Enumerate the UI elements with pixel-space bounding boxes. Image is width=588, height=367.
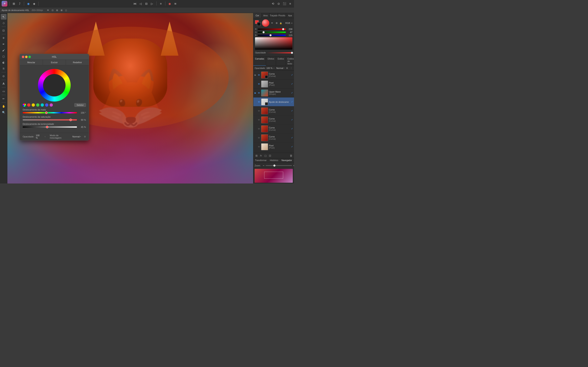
opacity-footer-value[interactable]: 100 % bbox=[36, 134, 42, 139]
layers-mask-icon[interactable]: ◻ bbox=[264, 154, 267, 157]
layer-check-2[interactable]: ✓ bbox=[291, 83, 293, 85]
tool-brush[interactable]: 🖌 bbox=[1, 47, 7, 53]
layer-expand-7[interactable] bbox=[254, 128, 257, 130]
tool-move[interactable]: ✛ bbox=[1, 35, 7, 41]
color-model-arrow[interactable]: ▾ bbox=[291, 22, 292, 24]
layer-item-7[interactable]: 👁 Curva (Curva) ✓ bbox=[253, 124, 294, 133]
hsl-reset-btn[interactable]: Redefinir bbox=[66, 60, 89, 65]
window-maximize-btn[interactable] bbox=[28, 56, 31, 58]
hsl-merge-btn[interactable]: Mesclar bbox=[20, 60, 43, 65]
layer-item-6[interactable]: 👁 Curva (Curva) ✓ bbox=[253, 115, 294, 124]
canvas-area[interactable]: HSL Mesclar Excluir Redefinir bbox=[7, 13, 253, 184]
b-slider[interactable] bbox=[258, 35, 286, 36]
hue-slider[interactable] bbox=[23, 112, 77, 113]
tab-apa[interactable]: Apa bbox=[286, 13, 294, 18]
zoom-slider[interactable] bbox=[266, 165, 292, 166]
tab-history[interactable]: Histórico bbox=[268, 158, 280, 162]
mask-icon[interactable]: ◻ bbox=[64, 8, 68, 12]
tool-blur[interactable]: ⊙ bbox=[1, 73, 7, 79]
zoom-out-btn[interactable]: − bbox=[263, 164, 264, 167]
layer-check-6[interactable]: ✓ bbox=[291, 118, 293, 121]
swatch-yellow[interactable] bbox=[32, 103, 35, 107]
color-wheel[interactable] bbox=[38, 69, 71, 101]
swatch-green[interactable] bbox=[36, 103, 39, 107]
layer-expand-4[interactable] bbox=[254, 101, 257, 103]
layer-check-5[interactable]: ✓ bbox=[291, 109, 293, 112]
tool-zoom[interactable]: 🔍 bbox=[1, 109, 7, 115]
swatch-blue[interactable] bbox=[45, 103, 48, 107]
layer-item-8[interactable]: 👁 Curva (Curva) ✓ bbox=[253, 133, 294, 142]
opacity-slider[interactable] bbox=[267, 52, 293, 53]
tab-pinceis[interactable]: Pincéis bbox=[278, 13, 286, 18]
swatch-red[interactable] bbox=[27, 103, 30, 107]
tool-dodge[interactable]: ◐ bbox=[1, 59, 7, 65]
layer-check-3[interactable]: ✓ bbox=[291, 92, 293, 94]
tab-navigator[interactable]: Navegador bbox=[280, 158, 294, 162]
window-close-btn[interactable] bbox=[22, 56, 24, 58]
layers-group-icon[interactable]: ⊞ bbox=[255, 154, 258, 157]
tab-cor[interactable]: Cor bbox=[253, 13, 261, 18]
layer-item-2[interactable]: 👁 Pixel (Pixel) ✓ bbox=[253, 80, 294, 89]
tab-amo[interactable]: Amo bbox=[261, 13, 270, 18]
layers-opacity-arrow[interactable]: ▾ bbox=[273, 67, 274, 69]
tool-erase[interactable]: ◻ bbox=[1, 53, 7, 59]
hsl-delete-btn[interactable]: Excluir bbox=[43, 60, 66, 65]
tool-hand[interactable]: ✋ bbox=[1, 103, 7, 109]
tool-text[interactable]: A bbox=[1, 81, 7, 86]
layer-item-5[interactable]: 👁 Curva (Curva) ✓ bbox=[253, 106, 294, 115]
layers-fx-icon[interactable]: fx bbox=[259, 154, 263, 157]
layer-visibility-6[interactable]: 👁 bbox=[258, 118, 260, 121]
grid-icon[interactable]: ⊞ bbox=[12, 1, 16, 6]
tool-eyedropper[interactable]: ✒ bbox=[1, 41, 7, 47]
layer-check-4[interactable]: ✓ bbox=[291, 100, 293, 103]
r-slider[interactable] bbox=[258, 29, 286, 30]
picker-icon[interactable]: ⊕ bbox=[275, 21, 278, 25]
tab-effects[interactable]: Efeitos bbox=[266, 57, 276, 66]
frame-icon[interactable]: ⊡ bbox=[51, 8, 54, 12]
layer-item-9[interactable]: 👁 Pixel (Pixel) ✓ bbox=[253, 142, 294, 151]
layer-visibility-5[interactable]: 👁 bbox=[258, 109, 260, 112]
align-icon[interactable]: ≡ bbox=[159, 1, 163, 6]
lock-icon[interactable]: 🔒 bbox=[279, 22, 282, 24]
layer-visibility-9[interactable]: 👁 bbox=[258, 145, 260, 148]
tab-tracado[interactable]: Traçado bbox=[270, 13, 278, 18]
blend-footer-value[interactable]: Normal ▾ bbox=[72, 135, 81, 138]
color-model[interactable]: RGB bbox=[285, 22, 290, 24]
tool-clone[interactable]: ⎘ bbox=[1, 66, 7, 71]
app-icon[interactable]: ✦ bbox=[2, 1, 7, 7]
history-icon[interactable]: ⟲ bbox=[271, 1, 275, 6]
layer-check-8[interactable]: ✓ bbox=[291, 136, 293, 139]
layer-visibility-8[interactable]: 👁 bbox=[258, 136, 260, 139]
layers-opacity-value[interactable]: 100 % bbox=[267, 67, 273, 69]
share-icon[interactable]: ⤴ bbox=[17, 1, 22, 6]
tab-transform[interactable]: Transformar bbox=[253, 158, 268, 162]
layer-visibility-7[interactable]: 👁 bbox=[258, 127, 260, 130]
eyedropper-icon[interactable]: ✒ bbox=[270, 21, 274, 25]
tab-styles[interactable]: Estilos bbox=[276, 57, 286, 66]
layer-check-9[interactable]: ✓ bbox=[291, 145, 293, 148]
sat-slider[interactable] bbox=[23, 119, 77, 120]
layer-visibility-2[interactable]: 👁 bbox=[258, 83, 260, 85]
brush-options-icon[interactable]: ≋ bbox=[173, 1, 178, 6]
symmetry-icon[interactable]: ⋈ bbox=[133, 1, 137, 6]
tab-expand-nav[interactable]: ⊡ bbox=[294, 158, 294, 162]
tool-arrow[interactable]: ↖ bbox=[1, 14, 7, 20]
layers-delete-icon[interactable]: 🗑 bbox=[289, 154, 293, 157]
lum-slider[interactable] bbox=[23, 126, 77, 128]
layer-visibility-3[interactable]: 👁 bbox=[258, 92, 260, 94]
zoom-in-btn[interactable]: + bbox=[293, 164, 294, 167]
tool-pen[interactable]: ✏ bbox=[1, 96, 7, 101]
export-icon[interactable]: ⬛ bbox=[282, 1, 287, 6]
window-minimize-btn[interactable] bbox=[25, 56, 27, 58]
tab-layers[interactable]: Camadas bbox=[253, 57, 266, 66]
arrange-center-icon[interactable]: ⊟ bbox=[144, 1, 149, 6]
search-icon[interactable]: ⊙ bbox=[277, 1, 281, 6]
layer-check-1[interactable]: ✓ bbox=[291, 74, 293, 76]
tool-shape[interactable]: ▭ bbox=[1, 88, 7, 94]
layer-visibility-4[interactable]: 👁 bbox=[258, 100, 260, 103]
gear-icon[interactable]: ⚙ bbox=[84, 135, 86, 138]
tool-node[interactable]: ◇ bbox=[1, 20, 7, 26]
layer-item-4[interactable]: 👁 Ajuste de deslocame ✓ bbox=[253, 98, 294, 106]
swatch-magenta[interactable] bbox=[50, 103, 53, 107]
layers-settings-icon[interactable]: ⚙ bbox=[285, 67, 289, 70]
